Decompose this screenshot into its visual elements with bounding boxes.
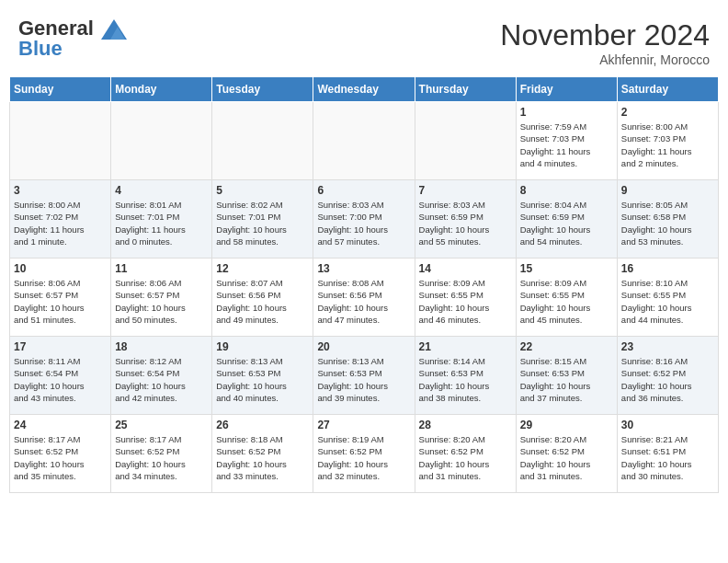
day-info: Sunrise: 8:12 AMSunset: 6:54 PMDaylight:…	[115, 355, 208, 404]
day-info: Sunrise: 8:00 AMSunset: 7:02 PMDaylight:…	[14, 199, 107, 247]
calendar-day-cell: 24Sunrise: 8:17 AMSunset: 6:52 PMDayligh…	[10, 415, 111, 493]
day-info: Sunrise: 8:04 AMSunset: 6:59 PMDaylight:…	[520, 199, 613, 247]
calendar-day-cell: 27Sunrise: 8:19 AMSunset: 6:52 PMDayligh…	[313, 415, 415, 493]
day-info: Sunrise: 8:06 AMSunset: 6:57 PMDaylight:…	[115, 277, 208, 326]
day-info: Sunrise: 8:16 AMSunset: 6:52 PMDaylight:…	[621, 355, 714, 404]
calendar-day-cell: 19Sunrise: 8:13 AMSunset: 6:53 PMDayligh…	[212, 337, 313, 415]
calendar-week-row: 1Sunrise: 7:59 AMSunset: 7:03 PMDaylight…	[10, 102, 719, 180]
calendar-day-cell: 21Sunrise: 8:14 AMSunset: 6:53 PMDayligh…	[415, 337, 516, 415]
calendar-day-cell: 5Sunrise: 8:02 AMSunset: 7:01 PMDaylight…	[212, 180, 313, 259]
calendar-day-cell: 29Sunrise: 8:20 AMSunset: 6:52 PMDayligh…	[516, 415, 617, 493]
day-number: 9	[621, 184, 714, 197]
calendar-day-cell: 3Sunrise: 8:00 AMSunset: 7:02 PMDaylight…	[10, 180, 111, 259]
day-number: 1	[520, 106, 613, 119]
calendar-day-cell: 12Sunrise: 8:07 AMSunset: 6:56 PMDayligh…	[212, 259, 313, 337]
calendar-day-cell: 30Sunrise: 8:21 AMSunset: 6:51 PMDayligh…	[617, 415, 718, 493]
calendar-day-cell: 18Sunrise: 8:12 AMSunset: 6:54 PMDayligh…	[111, 337, 212, 415]
day-number: 2	[621, 106, 714, 119]
day-info: Sunrise: 8:17 AMSunset: 6:52 PMDaylight:…	[14, 433, 107, 482]
day-number: 30	[621, 419, 714, 431]
day-info: Sunrise: 8:03 AMSunset: 7:00 PMDaylight:…	[317, 199, 410, 247]
day-info: Sunrise: 8:02 AMSunset: 7:01 PMDaylight:…	[216, 199, 309, 247]
logo-icon	[97, 14, 131, 47]
day-number: 3	[14, 184, 107, 197]
calendar-day-cell: 26Sunrise: 8:18 AMSunset: 6:52 PMDayligh…	[212, 415, 313, 493]
day-info: Sunrise: 8:09 AMSunset: 6:55 PMDaylight:…	[419, 277, 512, 326]
day-number: 20	[317, 340, 410, 353]
location-subtitle: Akhfennir, Morocco	[500, 52, 710, 67]
day-number: 14	[419, 262, 512, 275]
calendar-day-cell	[313, 102, 415, 180]
day-info: Sunrise: 8:17 AMSunset: 6:52 PMDaylight:…	[115, 433, 208, 482]
calendar-day-cell: 11Sunrise: 8:06 AMSunset: 6:57 PMDayligh…	[111, 259, 212, 337]
weekday-header-tuesday: Tuesday	[212, 77, 313, 102]
calendar-day-cell: 7Sunrise: 8:03 AMSunset: 6:59 PMDaylight…	[415, 180, 516, 259]
day-info: Sunrise: 8:20 AMSunset: 6:52 PMDaylight:…	[520, 433, 613, 482]
weekday-header-wednesday: Wednesday	[313, 77, 415, 102]
calendar-day-cell: 20Sunrise: 8:13 AMSunset: 6:53 PMDayligh…	[313, 337, 415, 415]
day-number: 22	[520, 340, 613, 353]
calendar-week-row: 10Sunrise: 8:06 AMSunset: 6:57 PMDayligh…	[10, 259, 719, 337]
day-info: Sunrise: 8:18 AMSunset: 6:52 PMDaylight:…	[216, 433, 309, 482]
day-number: 5	[216, 184, 309, 197]
logo: General Blue	[18, 18, 131, 59]
calendar-day-cell: 22Sunrise: 8:15 AMSunset: 6:53 PMDayligh…	[516, 337, 617, 415]
calendar-day-cell: 28Sunrise: 8:20 AMSunset: 6:52 PMDayligh…	[415, 415, 516, 493]
weekday-header-thursday: Thursday	[415, 77, 516, 102]
day-number: 7	[419, 184, 512, 197]
calendar-day-cell	[415, 102, 516, 180]
weekday-header-sunday: Sunday	[10, 77, 111, 102]
day-info: Sunrise: 8:06 AMSunset: 6:57 PMDaylight:…	[14, 277, 107, 326]
day-number: 11	[115, 262, 208, 275]
weekday-header-saturday: Saturday	[617, 77, 718, 102]
day-number: 26	[216, 419, 309, 431]
calendar-day-cell: 6Sunrise: 8:03 AMSunset: 7:00 PMDaylight…	[313, 180, 415, 259]
logo-blue: Blue	[18, 37, 63, 60]
calendar-table: SundayMondayTuesdayWednesdayThursdayFrid…	[9, 76, 719, 493]
calendar-day-cell	[212, 102, 313, 180]
calendar-day-cell: 1Sunrise: 7:59 AMSunset: 7:03 PMDaylight…	[516, 102, 617, 180]
day-number: 8	[520, 184, 613, 197]
day-info: Sunrise: 8:13 AMSunset: 6:53 PMDaylight:…	[216, 355, 309, 404]
day-info: Sunrise: 8:10 AMSunset: 6:55 PMDaylight:…	[621, 277, 714, 326]
calendar-day-cell: 13Sunrise: 8:08 AMSunset: 6:56 PMDayligh…	[313, 259, 415, 337]
calendar-day-cell	[111, 102, 212, 180]
weekday-header-monday: Monday	[111, 77, 212, 102]
calendar-day-cell: 25Sunrise: 8:17 AMSunset: 6:52 PMDayligh…	[111, 415, 212, 493]
calendar-week-row: 17Sunrise: 8:11 AMSunset: 6:54 PMDayligh…	[10, 337, 719, 415]
day-number: 19	[216, 340, 309, 353]
calendar-header-row: SundayMondayTuesdayWednesdayThursdayFrid…	[10, 77, 719, 102]
day-number: 16	[621, 262, 714, 275]
day-info: Sunrise: 8:09 AMSunset: 6:55 PMDaylight:…	[520, 277, 613, 326]
day-info: Sunrise: 8:20 AMSunset: 6:52 PMDaylight:…	[419, 433, 512, 482]
day-number: 25	[115, 419, 208, 431]
calendar-day-cell: 15Sunrise: 8:09 AMSunset: 6:55 PMDayligh…	[516, 259, 617, 337]
day-info: Sunrise: 8:14 AMSunset: 6:53 PMDaylight:…	[419, 355, 512, 404]
weekday-header-friday: Friday	[516, 77, 617, 102]
day-number: 23	[621, 340, 714, 353]
day-info: Sunrise: 8:08 AMSunset: 6:56 PMDaylight:…	[317, 277, 410, 326]
day-info: Sunrise: 8:03 AMSunset: 6:59 PMDaylight:…	[419, 199, 512, 247]
day-number: 10	[14, 262, 107, 275]
day-info: Sunrise: 8:07 AMSunset: 6:56 PMDaylight:…	[216, 277, 309, 326]
calendar-day-cell: 2Sunrise: 8:00 AMSunset: 7:03 PMDaylight…	[617, 102, 718, 180]
day-number: 28	[419, 419, 512, 431]
day-number: 21	[419, 340, 512, 353]
calendar-day-cell: 9Sunrise: 8:05 AMSunset: 6:58 PMDaylight…	[617, 180, 718, 259]
logo-text: General Blue	[18, 18, 94, 59]
day-info: Sunrise: 8:21 AMSunset: 6:51 PMDaylight:…	[621, 433, 714, 482]
day-number: 27	[317, 419, 410, 431]
day-number: 13	[317, 262, 410, 275]
day-number: 15	[520, 262, 613, 275]
calendar-week-row: 3Sunrise: 8:00 AMSunset: 7:02 PMDaylight…	[10, 180, 719, 259]
day-info: Sunrise: 8:01 AMSunset: 7:01 PMDaylight:…	[115, 199, 208, 247]
page-header: General Blue November 2024 Akhfennir, Mo…	[9, 9, 719, 72]
calendar-week-row: 24Sunrise: 8:17 AMSunset: 6:52 PMDayligh…	[10, 415, 719, 493]
calendar-day-cell: 8Sunrise: 8:04 AMSunset: 6:59 PMDaylight…	[516, 180, 617, 259]
day-number: 29	[520, 419, 613, 431]
day-info: Sunrise: 8:13 AMSunset: 6:53 PMDaylight:…	[317, 355, 410, 404]
day-info: Sunrise: 8:05 AMSunset: 6:58 PMDaylight:…	[621, 199, 714, 247]
title-block: November 2024 Akhfennir, Morocco	[500, 18, 710, 67]
day-number: 24	[14, 419, 107, 431]
day-number: 4	[115, 184, 208, 197]
